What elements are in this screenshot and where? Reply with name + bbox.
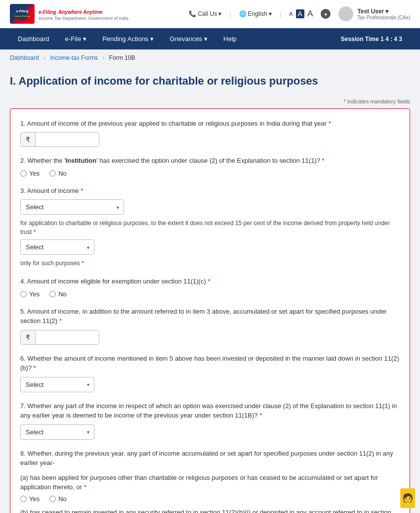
efile-chevron-icon: ▾ [83, 35, 86, 43]
phone-icon: 📞 [189, 10, 196, 17]
nav-grievances[interactable]: Grievances ▾ [162, 28, 215, 49]
item8a-no-label[interactable]: No [49, 495, 67, 503]
font-small-button[interactable]: A [289, 11, 293, 17]
item3-sub-label: for application to charitable or religio… [20, 219, 400, 236]
item3-select[interactable]: Select [20, 199, 124, 215]
user-avatar [338, 6, 353, 21]
item8a-mandatory: * [84, 483, 86, 491]
user-role-label: Tax Professionals (CAs) [357, 15, 410, 20]
breadcrumb-current: Form 10B [109, 54, 135, 61]
item3-mandatory: * [81, 187, 83, 194]
mandatory-note: * indicates mandatory fields [10, 98, 410, 104]
form-item-6: 6. Whether the amount of income mentione… [20, 354, 400, 392]
form-item-3: 3. Amount of income * Select ▾ for appli… [20, 186, 400, 268]
item1-prefix: ₹ [21, 133, 36, 146]
item8b: (b) has ceased to remain invested in any… [20, 508, 400, 513]
item4-mandatory: * [208, 278, 210, 285]
item7-select-wrap: Select ▾ [20, 424, 94, 440]
separator1: | [229, 10, 231, 18]
item8-label: 8. Whether, during the previous year, an… [20, 449, 400, 468]
form-item-2: 2. Whether the 'Institution' has exercis… [20, 156, 400, 177]
item5-input[interactable] [36, 330, 99, 344]
lang-chevron-icon: ▾ [269, 10, 272, 17]
logo-text: e-Filing Anywhere Anytime Income Tax Dep… [39, 7, 128, 21]
item7-mandatory: * [259, 412, 262, 419]
item2-no-radio[interactable] [49, 170, 56, 177]
call-us-label: Call Us [198, 10, 217, 17]
item4-yes-radio[interactable] [20, 291, 27, 297]
item2-yes-radio[interactable] [20, 170, 27, 177]
logo-icon: e-Filing Income Tax Dept [10, 4, 35, 24]
user-area: Test User ▾ Tax Professionals (CAs) [338, 6, 410, 21]
item8a-radio-group: Yes No [20, 495, 400, 503]
top-header: e-Filing Income Tax Dept e-Filing Anywhe… [0, 0, 420, 28]
form-item-4: 4. Amount of income eligible for exempti… [20, 277, 400, 298]
contrast-button[interactable]: ● [321, 9, 331, 19]
item8b-label: (b) has ceased to remain invested in any… [20, 508, 400, 513]
item5-label: 5. Amount of income, in addition to the … [20, 307, 400, 326]
item1-mandatory: * [329, 120, 331, 127]
item7-select[interactable]: Select [20, 424, 94, 440]
item3-sub-sub-label: only for such purposes * [20, 259, 400, 268]
session-value: 1 4 : 4 3 [380, 36, 402, 43]
font-controls: A A A [289, 9, 313, 19]
user-dropdown-icon[interactable]: ▾ [385, 8, 388, 15]
item8a-no-radio[interactable] [49, 496, 56, 502]
form-item-7: 7. Whether any part of the income in res… [20, 401, 400, 440]
item8a: (a) has been applied for purposes other … [20, 473, 400, 503]
item2-label: 2. Whether the 'Institution' has exercis… [20, 156, 400, 166]
form-item-8: 8. Whether, during the previous year, an… [20, 449, 400, 513]
nav-dashboard[interactable]: Dashboard [10, 28, 57, 49]
language-link[interactable]: 🌐 English ▾ [239, 10, 272, 17]
item3-sub-sub-mandatory: * [82, 260, 84, 267]
language-label: English [248, 10, 267, 17]
form-item-5: 5. Amount of income, in addition to the … [20, 307, 400, 345]
item8a-yes-label[interactable]: Yes [20, 495, 40, 503]
page-title: I. Application of income for charitable … [10, 74, 410, 89]
breadcrumb-forms[interactable]: Income-tax Forms [50, 54, 98, 61]
nav-efile[interactable]: e-File ▾ [57, 28, 95, 49]
breadcrumb-sep2: › [102, 54, 104, 61]
user-info: Test User ▾ Tax Professionals (CAs) [357, 8, 410, 20]
pending-chevron-icon: ▾ [150, 35, 154, 43]
efiling-label: e-Filing [39, 9, 56, 15]
item7-label: 7. Whether any part of the income in res… [20, 401, 400, 420]
item3-sub-select-wrap: Select ▾ [20, 239, 94, 255]
user-name-label: Test User ▾ [357, 8, 410, 15]
item3-sub-select[interactable]: Select [20, 239, 94, 255]
item2-radio-group: Yes No [20, 170, 400, 177]
globe-icon: 🌐 [239, 10, 247, 17]
item6-label: 6. Whether the amount of income mentione… [20, 354, 400, 373]
item3-label: 3. Amount of income * [20, 186, 400, 196]
item6-select[interactable]: Select [20, 377, 94, 392]
item4-no-radio[interactable] [49, 291, 56, 297]
nav-help[interactable]: Help [215, 28, 245, 49]
item5-amount-wrap: ₹ [20, 330, 99, 345]
item4-no-label[interactable]: No [49, 290, 67, 298]
breadcrumb-dashboard[interactable]: Dashboard [10, 54, 39, 61]
item1-input[interactable] [36, 133, 99, 146]
item4-yes-label[interactable]: Yes [20, 290, 40, 298]
item2-no-label[interactable]: No [49, 170, 67, 177]
item8a-yes-radio[interactable] [20, 496, 27, 502]
breadcrumb: Dashboard › Income-tax Forms › Form 10B [0, 49, 420, 66]
item4-radio-group: Yes No [20, 290, 400, 298]
item2-mandatory: * [322, 157, 325, 164]
logo-area: e-Filing Income Tax Dept e-Filing Anywhe… [10, 4, 128, 24]
nav-pending[interactable]: Pending Actions ▾ [94, 28, 162, 49]
font-large-button[interactable]: A [307, 9, 313, 19]
nav-left: Dashboard e-File ▾ Pending Actions ▾ Gri… [10, 28, 245, 49]
session-time: Session Time 1 4 : 4 3 [333, 29, 410, 49]
svg-text:Income Tax Dept: Income Tax Dept [14, 15, 30, 17]
svg-text:e-Filing: e-Filing [16, 9, 29, 13]
call-us-link[interactable]: 📞 Call Us ▾ [189, 10, 221, 17]
item2-yes-label[interactable]: Yes [20, 170, 40, 177]
font-medium-button[interactable]: A [296, 9, 304, 18]
item6-mandatory: * [34, 364, 36, 372]
main-content: * indicates mandatory fields 1. Amount o… [0, 93, 420, 513]
item3-select-wrap: Select ▾ [20, 199, 124, 215]
footer-avatar: 🧑 [400, 488, 415, 508]
separator2: | [280, 10, 281, 18]
item5-prefix: ₹ [21, 330, 36, 344]
page-title-area: I. Application of income for charitable … [0, 66, 420, 93]
